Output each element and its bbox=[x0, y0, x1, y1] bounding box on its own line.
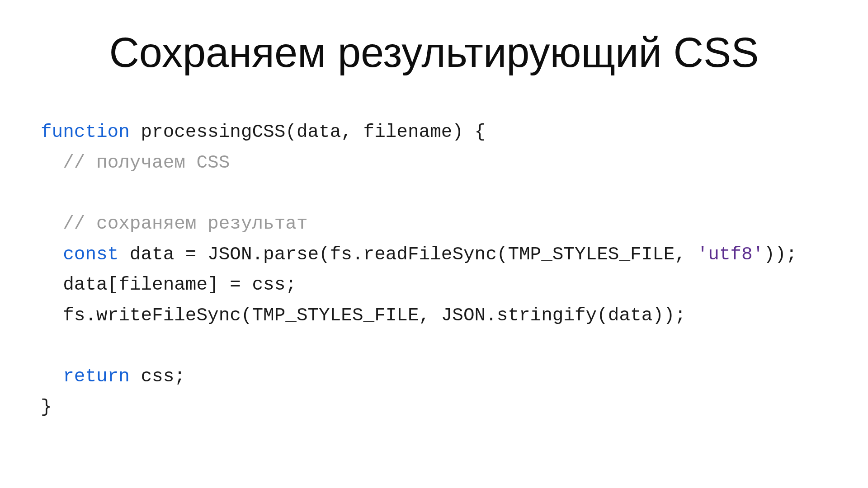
const-assign-c: (fs.readFileSync(TMP_STYLES_FILE, bbox=[319, 244, 697, 265]
keyword-return: return bbox=[63, 366, 130, 387]
const-assign-d: )); bbox=[764, 244, 797, 265]
const-assign-a: data = bbox=[118, 244, 208, 265]
comment-get-css: // получаем CSS bbox=[63, 152, 230, 173]
comment-save-result: // сохраняем результат bbox=[63, 213, 307, 234]
write-line: fs.writeFileSync(TMP_STYLES_FILE, JSON.s… bbox=[63, 305, 686, 326]
slide-title: Сохраняем результирующий CSS bbox=[41, 29, 827, 76]
string-utf8: 'utf8' bbox=[697, 244, 764, 265]
keyword-function: function bbox=[41, 122, 130, 142]
function-name: processingCSS bbox=[130, 122, 285, 142]
json-parse: JSON.parse bbox=[208, 244, 319, 265]
slide: Сохраняем результирующий CSS function pr… bbox=[0, 0, 868, 488]
return-rest: css; bbox=[130, 366, 185, 387]
code-block: function processingCSS(data, filename) {… bbox=[41, 117, 827, 422]
assign-line: data[filename] = css; bbox=[63, 274, 297, 295]
keyword-const: const bbox=[63, 244, 118, 265]
close-brace: } bbox=[41, 397, 52, 418]
params-open: (data, filename) { bbox=[285, 122, 486, 142]
